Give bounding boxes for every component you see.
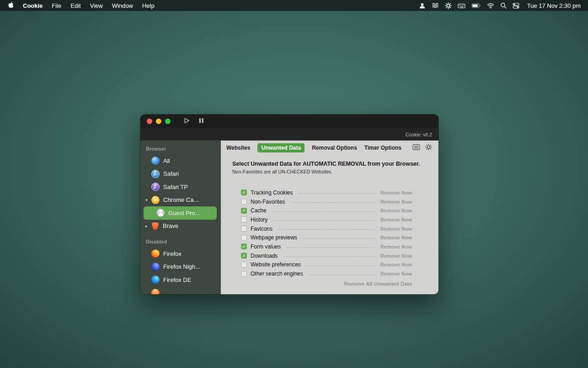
sidebar-item-all[interactable]: All	[140, 154, 221, 168]
remove-now-button[interactable]: Remove Now	[380, 190, 412, 195]
data-row-tracking-cookies: Tracking Cookies Remove Now	[241, 188, 412, 197]
apple-logo-icon[interactable]	[8, 1, 14, 10]
guest-profile-icon	[156, 209, 165, 217]
pause-button[interactable]	[198, 117, 204, 126]
keyboard-icon[interactable]	[458, 2, 465, 9]
chevron-down-icon[interactable]: ▾	[145, 197, 148, 202]
control-center-icon[interactable]	[513, 2, 519, 9]
leader-line	[306, 265, 375, 266]
sidebar-item-clipped[interactable]	[140, 287, 221, 295]
leader-line	[272, 211, 375, 212]
tab-timer-options[interactable]: Timer Options	[364, 145, 401, 151]
row-label: Favicons	[251, 226, 273, 232]
chevron-right-icon[interactable]: ▸	[145, 223, 148, 228]
row-label: History	[251, 216, 267, 223]
sidebar-item-firefox-nightly[interactable]: Firefox Nigh...	[140, 260, 221, 274]
row-label: Downloads	[251, 253, 278, 259]
checkbox[interactable]	[241, 244, 247, 249]
version-bar: Cookie: v6.2	[140, 128, 438, 141]
row-label: Other search engines	[251, 271, 303, 277]
data-row-favicons: Favicons Remove Now	[241, 224, 412, 233]
remove-now-button[interactable]: Remove Now	[380, 217, 412, 222]
tab-unwanted-data[interactable]: Unwanted Data	[257, 143, 305, 152]
remove-all-unwanted-data-button[interactable]: Remove All Unwanted Data	[221, 281, 412, 287]
checkbox[interactable]	[241, 199, 247, 205]
close-window-button[interactable]	[147, 119, 152, 124]
remove-now-button[interactable]: Remove Now	[380, 253, 412, 259]
row-label: Non-Favorites	[251, 199, 285, 205]
leader-line	[303, 238, 375, 239]
sidebar-item-safari-tp[interactable]: Safari TP	[140, 180, 221, 194]
sidebar-item-firefox-de[interactable]: Firefox DE	[140, 273, 221, 287]
checkbox[interactable]	[241, 271, 247, 277]
leader-line	[278, 229, 375, 230]
sidebar-item-label: Guest Pro...	[168, 210, 200, 216]
remove-now-button[interactable]: Remove Now	[380, 262, 412, 267]
battery-icon[interactable]	[471, 2, 481, 9]
content-subheading: Non-Favorites are all UN-CHECKED Website…	[232, 169, 429, 174]
minimize-window-button[interactable]	[156, 119, 161, 124]
checkbox[interactable]	[241, 235, 247, 241]
menu-file[interactable]: File	[52, 2, 61, 9]
remove-now-button[interactable]: Remove Now	[380, 271, 412, 276]
firefox-nightly-icon	[151, 263, 160, 271]
checkbox[interactable]	[241, 253, 247, 259]
leader-line	[273, 220, 375, 221]
browser-sidebar: Browser All Safari Safari TP ▾ Chrome Ca…	[140, 141, 221, 294]
remove-now-button[interactable]: Remove Now	[380, 244, 412, 249]
checkbox[interactable]	[241, 262, 247, 268]
main-content: Websites Unwanted Data Removal Options T…	[221, 141, 438, 294]
zoom-window-button[interactable]	[165, 119, 171, 124]
checkbox[interactable]	[241, 208, 247, 214]
checkbox[interactable]	[241, 216, 247, 222]
list-view-icon[interactable]	[412, 144, 420, 152]
menu-window[interactable]: Window	[112, 2, 133, 9]
settings-gear-icon[interactable]	[445, 2, 452, 9]
sidebar-item-label: Safari	[163, 170, 179, 177]
tab-removal-options[interactable]: Removal Options	[312, 145, 357, 151]
checkbox[interactable]	[241, 189, 247, 195]
menu-edit[interactable]: Edit	[70, 2, 80, 9]
data-row-form-values: Form values Remove Now	[241, 242, 412, 251]
checkbox[interactable]	[241, 226, 247, 232]
tab-bar: Websites Unwanted Data Removal Options T…	[221, 141, 438, 155]
leader-line	[286, 247, 375, 248]
remove-now-button[interactable]: Remove Now	[380, 199, 412, 205]
sidebar-item-label: Brave	[163, 222, 178, 229]
menubar-app-name[interactable]: Cookie	[23, 2, 43, 9]
menu-help[interactable]: Help	[142, 2, 155, 9]
data-row-non-favorites: Non-Favorites Remove Now	[241, 197, 412, 206]
user-switch-icon[interactable]	[419, 2, 426, 9]
menu-view[interactable]: View	[90, 2, 103, 9]
data-row-website-preferences: Website preferences Remove Now	[241, 260, 412, 270]
menubar-clock[interactable]: Tue 17 Nov 2:30 pm	[527, 2, 581, 9]
play-button[interactable]	[183, 117, 190, 126]
sidebar-item-firefox[interactable]: Firefox	[140, 247, 221, 260]
sidebar-item-guest-profile[interactable]: Guest Pro...	[144, 206, 217, 220]
sidebar-item-safari[interactable]: Safari	[140, 168, 221, 181]
remove-now-button[interactable]: Remove Now	[380, 226, 412, 232]
sidebar-item-brave[interactable]: ▸ Brave	[140, 220, 221, 233]
data-row-cache: Cache Remove Now	[241, 206, 412, 215]
leader-line	[290, 202, 375, 203]
wifi-icon[interactable]	[487, 3, 494, 9]
cookie-app-window: Cookie: v6.2 Browser All Safari Safari T…	[140, 114, 438, 294]
gear-icon[interactable]	[425, 144, 432, 152]
remove-now-button[interactable]: Remove Now	[380, 208, 412, 213]
data-row-webpage-previews: Webpage previews Remove Now	[241, 233, 412, 242]
firefox-icon	[151, 249, 160, 258]
data-row-downloads: Downloads Remove Now	[241, 251, 412, 260]
row-label: Cache	[251, 207, 267, 214]
sidebar-item-chrome-canary[interactable]: ▾ Chrome Ca...	[140, 194, 221, 207]
remove-now-button[interactable]: Remove Now	[380, 235, 412, 240]
content-heading: Select Unwanted Data for AUTOMATIC REMOV…	[232, 161, 429, 167]
sidebar-item-label: Firefox Nigh...	[163, 263, 200, 270]
network-waves-icon[interactable]	[432, 2, 439, 9]
row-label: Form values	[251, 244, 281, 250]
window-titlebar[interactable]	[140, 114, 438, 128]
data-row-other-search-engines: Other search engines Remove Now	[241, 269, 412, 278]
chromium-icon	[151, 289, 160, 294]
spotlight-search-icon[interactable]	[500, 2, 507, 9]
tab-websites[interactable]: Websites	[226, 145, 250, 151]
globe-icon	[151, 157, 160, 165]
